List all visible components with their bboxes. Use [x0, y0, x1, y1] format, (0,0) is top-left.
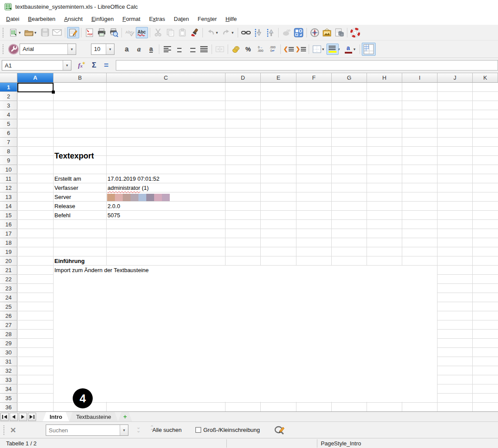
find-next-icon[interactable]: ⌄⌄: [133, 425, 144, 435]
next-sheet-button[interactable]: [19, 413, 27, 421]
menu-item[interactable]: Datei: [2, 14, 24, 24]
add-sheet-button[interactable]: +: [118, 412, 132, 421]
toolbar-grip[interactable]: [3, 44, 5, 54]
search-dropdown-arrow[interactable]: ▾: [120, 425, 128, 435]
menu-item[interactable]: Bearbeiten: [24, 14, 60, 24]
font-size-combobox[interactable]: 10 ▾: [91, 44, 114, 55]
formula-input-line[interactable]: [116, 60, 498, 71]
sort-descending-button[interactable]: [264, 27, 276, 38]
align-center-button[interactable]: [173, 44, 185, 55]
row-header[interactable]: 1: [0, 83, 17, 92]
cell-label-verfasser[interactable]: Verfasser: [54, 183, 78, 192]
cell-title[interactable]: Textexport: [54, 147, 94, 165]
search-input[interactable]: [46, 425, 120, 435]
find-and-replace-icon[interactable]: [274, 425, 286, 435]
row-header[interactable]: 18: [0, 238, 17, 247]
row-header[interactable]: 2: [0, 92, 17, 101]
tools-icon[interactable]: [7, 44, 20, 55]
row-header[interactable]: 4: [0, 110, 17, 119]
row-header[interactable]: 24: [0, 293, 17, 302]
font-size-dropdown-arrow[interactable]: ▾: [106, 44, 114, 54]
percent-format-button[interactable]: %: [242, 44, 254, 55]
cut-button[interactable]: [152, 27, 164, 38]
row-header[interactable]: 36: [0, 403, 17, 411]
column-header-b[interactable]: B: [54, 73, 107, 83]
menu-item[interactable]: Ansicht: [60, 14, 87, 24]
highlight-color-button[interactable]: [326, 44, 339, 55]
hyperlink-button[interactable]: [240, 27, 252, 38]
menu-item[interactable]: Extras: [145, 14, 169, 24]
row-header[interactable]: 20: [0, 256, 17, 266]
column-header-h[interactable]: H: [367, 73, 402, 83]
search-all-button[interactable]: Alle suchen: [152, 427, 182, 433]
menu-item[interactable]: Einfügen: [87, 14, 118, 24]
add-decimal-button[interactable]: 0→.000: [254, 44, 266, 55]
cell-value-release[interactable]: 2.0.0: [108, 202, 120, 211]
match-case-checkbox[interactable]: [195, 427, 201, 433]
row-header[interactable]: 29: [0, 339, 17, 348]
save-button[interactable]: [39, 27, 51, 38]
merge-cells-button[interactable]: [214, 44, 226, 55]
cell-value-server-redacted[interactable]: [107, 194, 170, 201]
row-header[interactable]: 31: [0, 357, 17, 366]
cell-heading-einfuehrung[interactable]: Einführung: [54, 256, 84, 266]
row-header[interactable]: 14: [0, 202, 17, 211]
redo-button[interactable]: [220, 27, 232, 38]
row-header[interactable]: 8: [0, 147, 17, 156]
name-box-dropdown-arrow[interactable]: ▾: [63, 61, 71, 70]
row-header[interactable]: 28: [0, 330, 17, 339]
new-document-button[interactable]: [7, 27, 20, 38]
row-header[interactable]: 25: [0, 302, 17, 311]
font-color-button[interactable]: a: [342, 44, 354, 55]
row-header[interactable]: 5: [0, 119, 17, 128]
underline-button[interactable]: a: [145, 44, 157, 55]
last-sheet-button[interactable]: [28, 413, 36, 421]
row-header[interactable]: 23: [0, 284, 17, 293]
fill-handle[interactable]: [52, 91, 55, 94]
formula-equals-icon[interactable]: =: [100, 60, 112, 71]
column-header-e[interactable]: E: [261, 73, 296, 83]
cell-label-release[interactable]: Release: [54, 202, 75, 211]
bold-button[interactable]: a: [121, 44, 133, 55]
row-header[interactable]: 7: [0, 138, 17, 147]
export-pdf-button[interactable]: PDF: [83, 27, 95, 38]
function-wizard-icon[interactable]: fx✶: [76, 60, 88, 71]
menu-item[interactable]: Fenster: [193, 14, 221, 24]
cell-text-import[interactable]: Import zum Ändern der Textbausteine: [54, 266, 149, 275]
row-header[interactable]: 13: [0, 192, 17, 202]
paste-button[interactable]: [176, 27, 188, 38]
close-find-bar-icon[interactable]: ✕: [8, 425, 18, 435]
row-header[interactable]: 21: [0, 266, 17, 275]
cell-value-erstellt-am[interactable]: 17.01.2019 07:01:52: [108, 174, 159, 183]
name-box-value[interactable]: A1: [2, 61, 63, 70]
cell-label-server[interactable]: Server: [54, 192, 71, 202]
column-header-d[interactable]: D: [225, 73, 261, 83]
row-header[interactable]: 3: [0, 101, 17, 110]
row-header[interactable]: 9: [0, 156, 17, 165]
font-name-dropdown-arrow[interactable]: ▾: [67, 44, 76, 54]
align-right-button[interactable]: [185, 44, 198, 55]
row-header[interactable]: 34: [0, 384, 17, 394]
gallery-button[interactable]: [321, 27, 333, 38]
column-header-c[interactable]: C: [107, 73, 225, 83]
borders-button[interactable]: [311, 44, 323, 55]
print-button[interactable]: [95, 27, 108, 38]
copy-button[interactable]: [164, 27, 176, 38]
decrease-indent-button[interactable]: ❮: [283, 44, 295, 55]
row-header[interactable]: 15: [0, 211, 17, 220]
increase-indent-button[interactable]: ❯: [295, 44, 307, 55]
font-name-value[interactable]: Arial: [20, 44, 67, 54]
cell-value-befehl[interactable]: 5075: [108, 211, 120, 220]
justify-button[interactable]: [198, 44, 210, 55]
menu-item[interactable]: Hilfe: [221, 14, 241, 24]
row-header[interactable]: 35: [0, 394, 17, 403]
open-button[interactable]: [23, 27, 35, 38]
column-header-f[interactable]: F: [296, 73, 332, 83]
row-header[interactable]: 30: [0, 348, 17, 357]
delete-decimal-button[interactable]: .0000↵: [266, 44, 279, 55]
select-all-corner[interactable]: [0, 73, 17, 83]
cell-label-erstellt-am[interactable]: Erstellt am: [54, 174, 81, 183]
auto-spellcheck-button[interactable]: Abc: [136, 27, 148, 38]
cell-value-verfasser[interactable]: administrator (1): [108, 183, 149, 192]
toolbar-grip[interactable]: [3, 425, 6, 435]
